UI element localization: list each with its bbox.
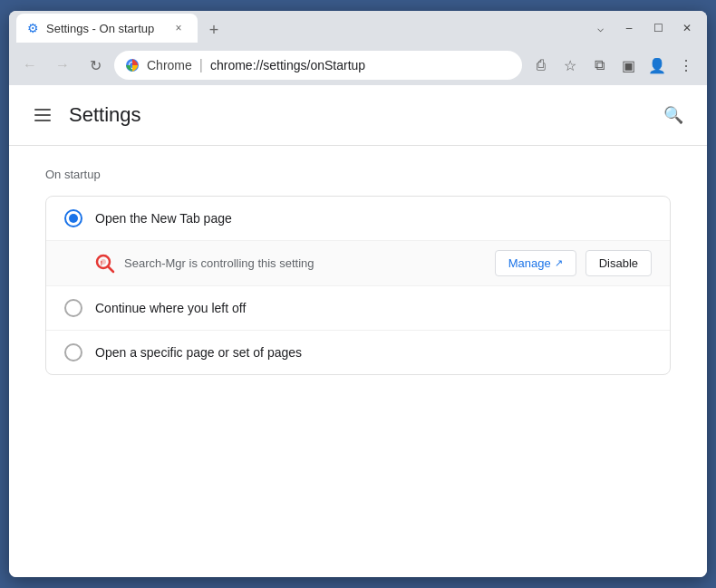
option-specific-row[interactable]: Open a specific page or set of pages bbox=[46, 331, 670, 374]
manage-extension-button[interactable]: Manage ↗ bbox=[495, 250, 576, 276]
close-button[interactable]: ✕ bbox=[674, 18, 700, 38]
radio-new-tab-inner bbox=[69, 214, 78, 223]
minimize-button[interactable]: – bbox=[616, 18, 642, 38]
title-bar: ⚙ Settings - On startup × + ⌵ – ☐ ✕ bbox=[9, 11, 707, 45]
maximize-button[interactable]: ☐ bbox=[645, 18, 671, 38]
hamburger-line-1 bbox=[34, 109, 51, 111]
address-bar: ← → ↻ Chrome | chrome://settings/onStart… bbox=[9, 45, 707, 85]
browser-window: ⚙ Settings - On startup × + ⌵ – ☐ ✕ ← → … bbox=[9, 11, 707, 577]
reload-button[interactable]: ↻ bbox=[82, 52, 109, 79]
window-controls: ⌵ – ☐ ✕ bbox=[587, 18, 700, 38]
more-button[interactable]: ⋮ bbox=[672, 52, 700, 79]
share-button[interactable]: ⎙ bbox=[527, 52, 555, 79]
tabs-area: ⚙ Settings - On startup × + bbox=[16, 14, 582, 43]
sidebar-button[interactable]: ▣ bbox=[614, 52, 642, 79]
settings-body: On startup Open the New Tab page bbox=[9, 146, 707, 577]
restore-down-button[interactable]: ⌵ bbox=[587, 18, 613, 38]
search-mgr-icon: ! bbox=[95, 254, 115, 274]
disable-extension-button[interactable]: Disable bbox=[585, 250, 652, 276]
content-area: Settings 🔍 On startup Open the New Tab p… bbox=[9, 85, 707, 577]
startup-options-card: Open the New Tab page ! Search-Mgr is co… bbox=[45, 196, 671, 375]
new-tab-button[interactable]: + bbox=[201, 17, 227, 43]
section-title: On startup bbox=[45, 168, 671, 181]
radio-specific[interactable] bbox=[64, 343, 82, 361]
url-separator: | bbox=[199, 57, 203, 73]
hamburger-line-3 bbox=[34, 120, 51, 121]
back-button[interactable]: ← bbox=[16, 52, 44, 79]
option-specific-label: Open a specific page or set of pages bbox=[95, 345, 302, 360]
radio-continue[interactable] bbox=[64, 299, 82, 317]
extension-warning-text: Search-Mgr is controlling this setting bbox=[124, 256, 486, 270]
tab-icon: ⚙ bbox=[27, 21, 39, 35]
external-link-icon: ↗ bbox=[555, 257, 563, 269]
option-new-tab-label: Open the New Tab page bbox=[95, 211, 232, 226]
option-continue-row[interactable]: Continue where you left off bbox=[46, 286, 670, 331]
extensions-button[interactable]: ⧉ bbox=[585, 52, 613, 79]
url-address: chrome://settings/onStartup bbox=[210, 58, 365, 72]
forward-button[interactable]: → bbox=[49, 52, 76, 79]
toolbar-icons: ⎙ ☆ ⧉ ▣ 👤 ⋮ bbox=[527, 52, 700, 79]
svg-text:!: ! bbox=[101, 259, 103, 267]
bookmark-button[interactable]: ☆ bbox=[556, 52, 584, 79]
radio-new-tab[interactable] bbox=[64, 209, 82, 227]
active-tab: ⚙ Settings - On startup × bbox=[16, 14, 198, 43]
chrome-logo-icon bbox=[125, 58, 140, 72]
hamburger-line-2 bbox=[34, 114, 51, 116]
settings-page-title: Settings bbox=[69, 103, 141, 127]
url-brand-text: Chrome bbox=[147, 58, 192, 72]
tab-title: Settings - On startup bbox=[46, 22, 163, 35]
manage-label: Manage bbox=[508, 256, 551, 270]
settings-search-button[interactable]: 🔍 bbox=[658, 100, 689, 130]
extension-warning-row: ! Search-Mgr is controlling this setting… bbox=[46, 241, 670, 286]
svg-line-4 bbox=[108, 266, 113, 272]
option-new-tab-row[interactable]: Open the New Tab page bbox=[46, 197, 670, 241]
hamburger-menu-button[interactable] bbox=[27, 100, 58, 130]
settings-header: Settings 🔍 bbox=[9, 85, 707, 146]
url-bar[interactable]: Chrome | chrome://settings/onStartup bbox=[114, 51, 522, 80]
tab-close-button[interactable]: × bbox=[170, 20, 187, 36]
option-continue-label: Continue where you left off bbox=[95, 301, 246, 315]
profile-button[interactable]: 👤 bbox=[643, 52, 671, 79]
